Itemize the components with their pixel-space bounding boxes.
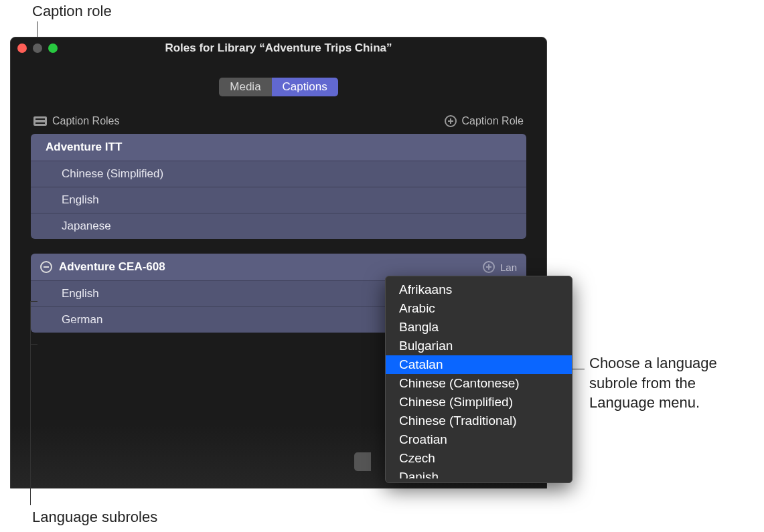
caption-icon — [33, 116, 47, 126]
language-option[interactable]: Danish — [386, 468, 572, 478]
zoom-icon[interactable] — [48, 43, 58, 53]
language-option[interactable]: Afrikaans — [386, 280, 572, 299]
add-caption-role-button[interactable]: Caption Role — [445, 115, 524, 127]
language-option[interactable]: Arabic — [386, 299, 572, 318]
callout-bracket — [30, 301, 31, 345]
plus-icon — [483, 261, 495, 273]
callout-line — [30, 345, 31, 505]
add-language-label: Lan — [500, 262, 517, 273]
role-name: Adventure ITT — [46, 141, 122, 154]
callout-choose-language: Choose a language subrole from the Langu… — [589, 353, 757, 413]
role-header[interactable]: Adventure ITT — [31, 134, 526, 161]
caption-roles-label: Caption Roles — [33, 115, 120, 127]
remove-role-icon[interactable] — [40, 261, 52, 273]
language-option[interactable]: Chinese (Cantonese) — [386, 374, 572, 393]
language-option[interactable]: Croatian — [386, 430, 572, 449]
plus-icon — [445, 115, 457, 127]
add-language-button[interactable]: Lan — [483, 261, 517, 273]
roles-header-row: Caption Roles Caption Role — [31, 115, 526, 134]
callout-caption-role: Caption role — [32, 1, 112, 21]
language-dropdown[interactable]: AfrikaansArabicBanglaBulgarianCatalanChi… — [385, 276, 572, 483]
titlebar: Roles for Library “Adventure Trips China… — [11, 37, 546, 59]
apply-button[interactable] — [354, 452, 371, 471]
tab-captions[interactable]: Captions — [272, 78, 338, 96]
language-option[interactable]: Catalan — [386, 355, 572, 374]
add-caption-role-label: Caption Role — [462, 115, 524, 127]
role-group: Adventure ITTChinese (Simplified)English… — [31, 134, 526, 239]
traffic-lights — [17, 43, 58, 53]
tab-segmented-control: Media Captions — [31, 78, 526, 96]
minimize-icon — [33, 43, 42, 53]
language-option[interactable]: Bulgarian — [386, 337, 572, 355]
language-subrole[interactable]: Chinese (Simplified) — [31, 161, 526, 187]
language-subrole[interactable]: Japanese — [31, 213, 526, 239]
role-name: Adventure CEA-608 — [59, 260, 165, 274]
language-option[interactable]: Chinese (Simplified) — [386, 393, 572, 412]
language-option[interactable]: Czech — [386, 449, 572, 468]
close-icon[interactable] — [17, 43, 27, 53]
callout-line — [572, 369, 585, 369]
window-title: Roles for Library “Adventure Trips China… — [11, 41, 546, 55]
language-option[interactable]: Bangla — [386, 318, 572, 337]
language-option[interactable]: Chinese (Traditional) — [386, 412, 572, 430]
language-subrole[interactable]: English — [31, 187, 526, 213]
tab-media[interactable]: Media — [219, 78, 271, 96]
callout-language-subroles: Language subroles — [32, 507, 157, 527]
caption-roles-text: Caption Roles — [52, 115, 120, 127]
